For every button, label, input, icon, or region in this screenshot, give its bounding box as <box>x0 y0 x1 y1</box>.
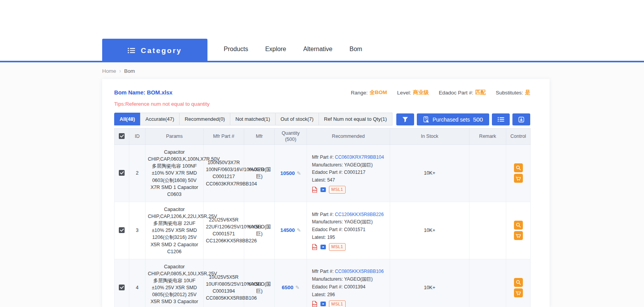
row-params: Capacitor CHIP,CAP,0805,K,10U,X5R,25V 多层… <box>146 259 204 307</box>
search-button[interactable] <box>514 163 523 172</box>
svg-text:PDF: PDF <box>313 247 317 249</box>
row-checkbox[interactable] <box>119 285 125 290</box>
filter-button[interactable] <box>396 113 414 125</box>
row-recommended: Mfr Part #: CC0603KRX7R9BB104 Manufactur… <box>307 145 390 202</box>
row-select-cell <box>115 259 129 307</box>
header-mfr: Mfr <box>244 129 275 145</box>
tab-accurate[interactable]: Accurate(47) <box>140 113 180 125</box>
meta-substitutes-value[interactable]: 是 <box>525 89 531 96</box>
purchased-sets-button[interactable]: Purchased sets 500 <box>417 113 489 125</box>
video-icon[interactable] <box>320 244 326 250</box>
row-checkbox[interactable] <box>119 227 125 233</box>
row-control <box>506 259 531 307</box>
row-in-stock: 10K+ <box>390 145 469 202</box>
row-quantity-cell: 10500✎ <box>275 145 307 202</box>
meta-edadoc-part-value[interactable]: 匹配 <box>475 89 486 96</box>
row-checkbox[interactable] <box>119 170 125 176</box>
row-quantity[interactable]: 6500 <box>282 285 293 290</box>
header-select-all <box>115 129 129 145</box>
row-recommended: Mfr Part #: CC1206KKX5R8BB226 Manufactur… <box>307 202 390 259</box>
toolbar-actions: Purchased sets 500 <box>396 113 530 125</box>
recommended-mfr-part-link[interactable]: CC0603KRX7R9BB104 <box>335 154 384 160</box>
meta-range-value[interactable]: 全BOM <box>370 89 387 96</box>
edit-icon[interactable]: ✎ <box>295 285 300 290</box>
row-control <box>506 145 531 202</box>
recommended-edadoc-part: C0001571 <box>344 227 365 232</box>
chevron-right-icon: › <box>119 68 121 74</box>
nav-item-explore[interactable]: Explore <box>265 46 286 53</box>
add-to-cart-button[interactable] <box>514 288 523 297</box>
download-button[interactable] <box>512 113 530 125</box>
select-all-checkbox[interactable] <box>119 133 125 139</box>
tab-all[interactable]: All(48) <box>114 113 140 125</box>
row-params: Capacitor CHIP,CAP,1206,K,22U,X5R,25V 多层… <box>146 202 204 259</box>
nav-item-alternative[interactable]: Alternative <box>303 46 332 53</box>
meta-range-label: Range: <box>351 90 368 96</box>
pdf-icon[interactable]: PDF <box>312 244 317 250</box>
bom-name: Bom Name: BOM.xlsx <box>114 89 173 96</box>
recommended-manufacturer: YAGEO(国巨) <box>344 162 373 168</box>
row-remark <box>469 145 506 202</box>
filter-icon <box>402 117 408 123</box>
row-in-stock: 10K+ <box>390 202 469 259</box>
row-id: 4 <box>129 259 146 307</box>
row-id: 3 <box>129 202 146 259</box>
row-quantity[interactable]: 14500 <box>280 227 295 233</box>
download-icon <box>518 117 524 123</box>
tab-ref-num-not-equal[interactable]: Ref Num not equal to Qty(1) <box>319 113 392 125</box>
row-control <box>506 202 531 259</box>
pdf-icon[interactable]: PDF <box>312 301 317 307</box>
breadcrumb-home[interactable]: Home <box>102 68 116 74</box>
purchased-sets-count: 500 <box>473 116 483 123</box>
tab-recommended[interactable]: Recommended(0) <box>179 113 230 125</box>
top-navigation: Category Products Explore Alternative Bo… <box>0 0 644 62</box>
header-mfr-part: Mfr Part # <box>204 129 244 145</box>
edit-icon[interactable]: ✎ <box>297 170 301 176</box>
video-icon[interactable] <box>320 301 326 307</box>
row-id: 2 <box>129 145 146 202</box>
category-list-icon <box>128 48 135 53</box>
video-icon[interactable] <box>320 187 326 192</box>
page-body: Home › Bom Bom Name: BOM.xlsx Range:全BOM… <box>0 62 644 307</box>
search-button[interactable] <box>514 278 523 287</box>
header-id: ID <box>129 129 146 145</box>
row-quantity[interactable]: 10500 <box>280 170 295 176</box>
nav-item-products[interactable]: Products <box>224 46 248 53</box>
header-control: Control <box>506 129 531 145</box>
meta-level-value[interactable]: 商业级 <box>413 89 429 96</box>
row-quantity-cell: 14500✎ <box>275 202 307 259</box>
search-button[interactable] <box>514 221 523 230</box>
svg-text:PDF: PDF <box>313 304 317 306</box>
row-mfr: YAGEO(国巨) <box>244 202 275 259</box>
recommended-latest: 547 <box>327 177 335 183</box>
recommended-edadoc-part: C0001217 <box>344 170 365 175</box>
recommended-latest: 195 <box>327 235 335 240</box>
category-label: Category <box>141 46 182 55</box>
row-mfr: YAGEO(国巨) <box>244 145 275 202</box>
bom-card: Bom Name: BOM.xlsx Range:全BOM Level:商业级 … <box>102 79 550 307</box>
recommended-mfr-part-link[interactable]: CC1206KKX5R8BB226 <box>335 212 384 217</box>
recommended-mfr-part-link[interactable]: CC0805KKX5R8BB106 <box>335 269 384 274</box>
tips-message: Tips:Reference num not equal to quantity <box>114 101 530 107</box>
row-remark <box>469 259 506 307</box>
breadcrumb-current: Bom <box>124 68 135 74</box>
table-row: 4 Capacitor CHIP,CAP,0805,K,10U,X5R,25V … <box>115 259 531 307</box>
nav-item-bom[interactable]: Bom <box>349 46 362 53</box>
header-params: Params <box>146 129 204 145</box>
add-to-cart-button[interactable] <box>514 231 523 240</box>
tab-out-of-stock[interactable]: Out of stock(7) <box>275 113 319 125</box>
add-to-cart-button[interactable] <box>514 174 523 183</box>
recommended-edadoc-part: C0001394 <box>344 284 365 290</box>
edit-icon[interactable]: ✎ <box>297 227 301 233</box>
breadcrumb: Home › Bom <box>102 67 644 74</box>
row-mfr-part: 22U25V6X5R 22UF/1206/25V/10%/X5R C000157… <box>204 202 244 259</box>
msl-badge: MSL1 <box>329 243 346 251</box>
row-mfr-part: 10U25V5X5R 10UF/0805/25V/10%/X5R C000139… <box>204 259 244 307</box>
pdf-icon[interactable]: PDF <box>312 187 317 193</box>
category-button[interactable]: Category <box>102 39 207 62</box>
list-view-icon <box>498 117 504 122</box>
row-in-stock: 10K+ <box>390 259 469 307</box>
list-view-button[interactable] <box>492 113 510 125</box>
tab-not-matched[interactable]: Not matched(1) <box>230 113 276 125</box>
row-select-cell <box>115 202 129 259</box>
